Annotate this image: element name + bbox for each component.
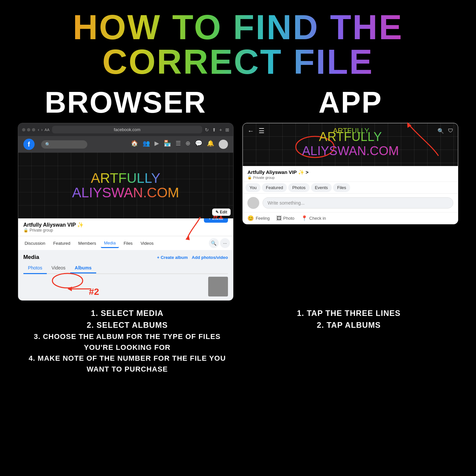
svg-marker-2 [68,287,72,291]
photo-button[interactable]: 🖼 Photo [276,215,294,221]
edit-button[interactable]: ✎ Edit [212,209,231,216]
bell-icon[interactable]: 🔔 [207,140,214,149]
dot2 [27,128,30,131]
app-action-bar: 😊 Feeling 🖼 Photo 📍 Check in [243,212,458,224]
fb-nav-icons: 🏠 👥 ▶ 🏪 ☰ ⊕ 💬 🔔 [94,140,228,149]
title-section: HOW TO FIND THE CORRECT FILE [0,0,476,82]
url-bar[interactable]: facebook.com [52,126,202,133]
fb-nav-bar: f 🔍 🏠 👥 ▶ 🏪 ☰ ⊕ 💬 🔔 [18,136,233,153]
media-title: Media [23,254,39,261]
app-tab-featured[interactable]: Featured [262,183,287,192]
grid-icon[interactable]: ⊞ [225,127,229,132]
app-instruction-1: 1. TAP THE THREE LINES [241,307,457,319]
app-top-bar: ← ☰ ARTFULLY 🔍 🛡 [243,123,458,138]
reload-icon[interactable]: ↻ [205,127,209,132]
browser-screenshot-wrapper: ‹ › AA facebook.com ↻ ⬆ + ⊞ f 🔍 [18,123,234,301]
forward-icon[interactable]: › [41,127,42,132]
browser-cover-image: ARTFULLY ALIYSWAN.COM ✎ Edit [18,153,233,218]
app-instruction-2: 2. TAP ALBUMS [241,319,457,331]
browser-instructions: 1. SELECT MEDIA 2. SELECT ALBUMS 3. CHOO… [20,307,235,375]
app-group-name: Artfully Aliyswan VIP ✨ > [247,169,453,175]
media-section: Media + Create album Add photos/video Ph… [18,250,233,300]
plus-circle-icon[interactable]: ⊕ [185,140,190,149]
tab-search-icon[interactable]: 🔍 [209,238,219,248]
check-in-icon: 📍 [301,215,308,221]
tab-more-icon[interactable]: ··· [220,238,230,248]
app-cover-line2: ALIYSWAN.COM [243,144,458,158]
app-user-avatar [247,197,259,209]
browser-instruction-2: 2. SELECT ALBUMS [20,319,235,331]
media-header: Media + Create album Add photos/video [23,254,228,261]
app-cover-brand: ARTFULLY [269,126,433,135]
dot3 [32,128,35,131]
app-tab-you[interactable]: You [245,183,261,192]
friends-icon[interactable]: 👥 [143,140,150,149]
back-icon[interactable]: ‹ [38,127,39,132]
tab-media[interactable]: Media [101,238,119,248]
browser-mockup: ‹ › AA facebook.com ↻ ⬆ + ⊞ f 🔍 [18,123,234,301]
lock-icon-app: 🔒 [247,175,252,180]
browser-toolbar: ‹ › AA facebook.com ↻ ⬆ + ⊞ [18,123,233,136]
tab-videos[interactable]: Videos [137,239,157,248]
store-icon[interactable]: 🏪 [164,140,171,149]
app-tab-photos[interactable]: Photos [288,183,309,192]
cover-line1: ARTFULLY [72,171,179,185]
browser-instruction-4: 4. MAKE NOTE OF THE NUMBER FOR THE FILE … [20,353,235,375]
lock-icon: 🔒 [23,228,28,233]
tab-discussion[interactable]: Discussion [21,239,49,248]
app-write-input[interactable]: Write something... [263,197,453,209]
subtab-videos[interactable]: Videos [47,263,70,273]
app-instructions: 1. TAP THE THREE LINES 2. TAP ALBUMS [241,307,457,375]
fb-search[interactable]: 🔍 [41,140,87,149]
app-tab-events[interactable]: Events [311,183,332,192]
create-album-link[interactable]: + Create album [157,255,188,260]
shield-icon[interactable]: 🛡 [448,128,453,134]
tab-members[interactable]: Members [75,239,99,248]
subtab-albums[interactable]: Albums [70,263,96,273]
arrow-1 [181,214,207,243]
check-in-button[interactable]: 📍 Check in [301,215,326,221]
back-arrow-icon[interactable]: ← [247,127,254,135]
app-top-bar-icons: 🔍 🛡 [437,128,453,134]
browser-instruction-1: 1. SELECT MEDIA [20,307,235,319]
facebook-logo: f [23,139,35,150]
hamburger-icon[interactable]: ☰ [259,127,265,135]
browser-column: BROWSER ‹ › AA facebook.com [18,86,234,301]
feeling-label: Feeling [256,216,270,221]
app-screenshot-wrapper: ← ☰ ARTFULLY 🔍 🛡 ARTFULLY ALIYSWAN.COM [242,123,458,224]
app-column: APP ← ☰ ARTFULLY 🔍 🛡 [242,86,458,224]
tab-featured[interactable]: Featured [50,239,74,248]
avatar-icon[interactable] [219,140,228,149]
menu-icon[interactable]: ☰ [176,140,181,149]
photo-icon: 🖼 [276,215,282,221]
tab-files[interactable]: Files [120,239,136,248]
arrow-2 [66,284,92,294]
app-label: APP [319,86,382,120]
share-icon[interactable]: ⬆ [212,127,216,132]
app-group-info: Artfully Aliyswan VIP ✨ > 🔒 Private grou… [243,166,458,182]
browser-icons-right: ↻ ⬆ + ⊞ [205,127,229,132]
app-group-type: 🔒 Private group [247,175,453,180]
main-title: HOW TO FIND THE CORRECT FILE [7,10,469,79]
app-write-area: Write something... [243,193,458,212]
app-tab-files[interactable]: Files [333,183,350,192]
thumbnail [208,277,228,296]
check-in-label: Check in [309,216,326,221]
browser-dots [22,128,35,131]
plus-icon[interactable]: + [219,127,222,132]
search-icon[interactable]: 🔍 [437,128,444,134]
add-photos-link[interactable]: Add photos/video [192,255,228,260]
feeling-button[interactable]: 😊 Feeling [247,215,270,221]
video-icon[interactable]: ▶ [154,140,159,149]
svg-marker-0 [185,235,190,240]
app-tabs: You Featured Photos Events Files [243,182,458,193]
home-icon[interactable]: 🏠 [131,140,138,149]
two-column-layout: BROWSER ‹ › AA facebook.com [0,86,476,301]
aa-label: AA [44,128,49,132]
photo-label: Photo [283,216,294,221]
app-mockup: ← ☰ ARTFULLY 🔍 🛡 ARTFULLY ALIYSWAN.COM [242,123,458,224]
cover-title: ARTFULLY ALIYSWAN.COM [72,171,179,200]
messenger-icon[interactable]: 💬 [195,140,202,149]
bottom-instructions: 1. SELECT MEDIA 2. SELECT ALBUMS 3. CHOO… [0,301,476,384]
subtab-photos[interactable]: Photos [23,263,47,274]
